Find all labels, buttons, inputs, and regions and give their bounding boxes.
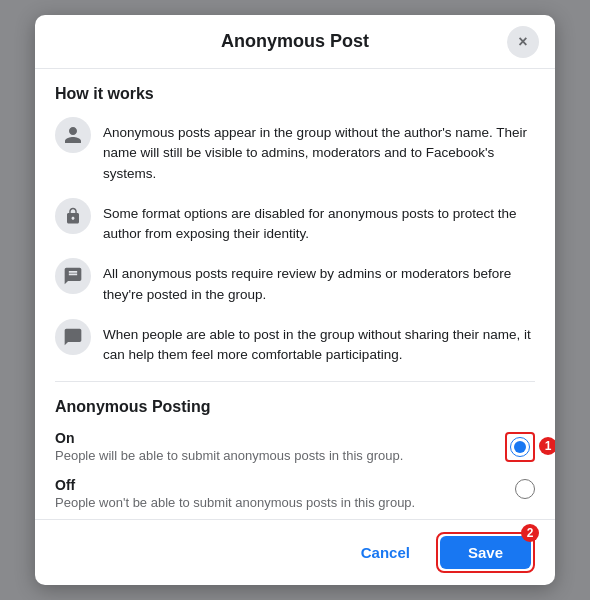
close-button[interactable]: × (507, 26, 539, 58)
lock-icon (55, 198, 91, 234)
list-item: Some format options are disabled for ano… (55, 198, 535, 245)
anonymous-posting-title: Anonymous Posting (55, 398, 535, 416)
option-off-text: Off People won't be able to submit anony… (55, 477, 503, 510)
save-btn-wrapper: Save (436, 532, 535, 573)
option-on-label: On (55, 430, 493, 446)
modal: Anonymous Post × How it works Anonymous … (35, 15, 555, 585)
footer-right: Save 2 (436, 532, 535, 573)
option-on-desc: People will be able to submit anonymous … (55, 448, 493, 463)
how-it-works-title: How it works (55, 85, 535, 103)
save-button[interactable]: Save (440, 536, 531, 569)
modal-title: Anonymous Post (221, 31, 369, 52)
option-off-row: Off People won't be able to submit anony… (55, 477, 535, 510)
anonymous-posting-section: Anonymous Posting On People will be able… (55, 398, 535, 510)
info-text-2: Some format options are disabled for ano… (103, 198, 535, 245)
radio-off[interactable] (515, 479, 535, 499)
option-off-label: Off (55, 477, 503, 493)
badge-2: 2 (521, 524, 539, 542)
message-icon (55, 258, 91, 294)
modal-overlay: Anonymous Post × How it works Anonymous … (0, 0, 590, 600)
save-btn-container: Save 2 (436, 532, 535, 573)
list-item: All anonymous posts require review by ad… (55, 258, 535, 305)
modal-footer: Cancel Save 2 (35, 519, 555, 585)
modal-body: How it works Anonymous posts appear in t… (35, 69, 555, 519)
info-text-3: All anonymous posts require review by ad… (103, 258, 535, 305)
info-text-1: Anonymous posts appear in the group with… (103, 117, 535, 184)
list-item: Anonymous posts appear in the group with… (55, 117, 535, 184)
option-on-row: On People will be able to submit anonymo… (55, 430, 535, 463)
option-off-radio-wrapper (503, 477, 535, 503)
info-text-4: When people are able to post in the grou… (103, 319, 535, 366)
person-icon (55, 117, 91, 153)
option-on-text: On People will be able to submit anonymo… (55, 430, 493, 463)
badge-1: 1 (539, 437, 555, 455)
radio-highlight-on (505, 432, 535, 462)
list-item: When people are able to post in the grou… (55, 319, 535, 366)
modal-header: Anonymous Post × (35, 15, 555, 69)
how-it-works-section: How it works Anonymous posts appear in t… (55, 85, 535, 365)
section-divider (55, 381, 535, 382)
radio-on[interactable] (510, 437, 530, 457)
info-list: Anonymous posts appear in the group with… (55, 117, 535, 365)
option-on-radio-wrapper: 1 (493, 430, 535, 462)
option-off-desc: People won't be able to submit anonymous… (55, 495, 503, 510)
cancel-button[interactable]: Cancel (345, 536, 426, 569)
comment-icon (55, 319, 91, 355)
